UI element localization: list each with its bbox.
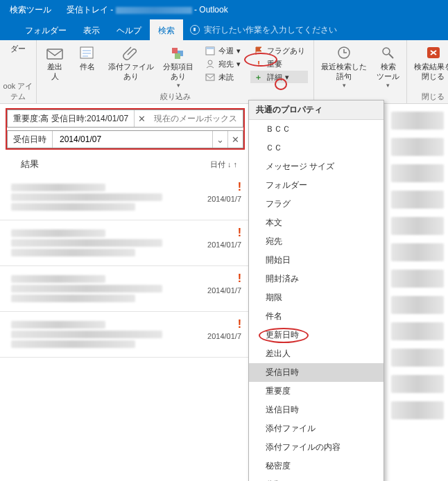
result-item[interactable]: !2014/01/7 [0, 175, 248, 220]
result-meta: !2014/01/7 [190, 319, 241, 340]
tell-me-text: 実行したい作業を入力してください [204, 24, 337, 36]
chevron-down-icon: ▾ [236, 60, 241, 69]
ribbon-btn-to[interactable]: 宛先 ▾ [202, 58, 243, 70]
result-preview-blur [11, 319, 183, 350]
chevron-down-icon: ▾ [343, 82, 346, 89]
ribbon-btn-folder[interactable]: ダー [3, 43, 33, 55]
important-label: 重要 [267, 59, 282, 69]
menu-item[interactable]: 開始日 [249, 251, 384, 270]
menu-item[interactable]: ＣＣ [249, 139, 384, 157]
search-box-group: 重要度:高 受信日時:2014/01/07 ✕ 現在のメールボックス 受信日時 … [6, 108, 245, 150]
attachment-icon [121, 44, 141, 61]
tab-help[interactable]: ヘルプ [108, 19, 150, 40]
tell-me[interactable]: 実行したい作業を入力してください [183, 19, 344, 40]
search-field-input[interactable] [58, 134, 207, 145]
tab-folder[interactable]: フォルダー [17, 19, 75, 40]
title-suffix: - Outlook [194, 5, 228, 15]
ribbon-btn-recent[interactable]: 最近検索した 語句 ▾ [317, 43, 371, 91]
title-prefix: 受信トレイ - [67, 5, 116, 15]
result-item[interactable]: !2014/01/7 [0, 312, 248, 358]
ribbon-btn-this-week[interactable]: 今週 ▾ [202, 44, 243, 57]
menu-item[interactable]: 宛先 [249, 232, 384, 251]
window-title: 受信トレイ - - Outlook [61, 0, 448, 19]
results-header: 結果 日付 ↓ ↑ [0, 152, 250, 175]
tab-view[interactable]: 表示 [75, 19, 108, 40]
group-label-items: ook アイテム [0, 81, 36, 103]
menu-item[interactable]: 本文 [249, 213, 384, 232]
ribbon-btn-close-search[interactable]: 検索結果を 閉じる [410, 43, 448, 83]
menu-item[interactable]: 件名 [249, 307, 384, 326]
clear-query-button[interactable]: ✕ [135, 110, 148, 127]
ribbon-btn-flagged[interactable]: フラグあり [250, 44, 308, 57]
ribbon-btn-subject[interactable]: 件名 [72, 43, 103, 73]
menu-item[interactable]: 差出人 [249, 344, 384, 363]
search-query-row: 重要度:高 受信日時:2014/01/07 ✕ 現在のメールボックス [7, 110, 243, 128]
search-query-text[interactable]: 重要度:高 受信日時:2014/01/07 [8, 110, 135, 127]
svg-line-14 [389, 54, 393, 58]
menu-item[interactable]: 分類項目 [249, 475, 384, 481]
field-dropdown-button[interactable]: ⌄ [212, 131, 227, 148]
ribbon-btn-has-attachment[interactable]: 添付ファイル あり [104, 43, 158, 83]
menu-item[interactable]: 送信日時 [249, 401, 384, 419]
importance-icon: ! [238, 227, 241, 238]
ribbon-btn-categorized[interactable]: 分類項目 あり ▾ [159, 43, 198, 91]
ribbon-tabstrip: フォルダー 表示 ヘルプ 検索 実行したい作業を入力してください [0, 19, 448, 40]
menu-item[interactable]: 添付ファイル [249, 419, 384, 438]
menu-item[interactable]: 重要度 [249, 382, 384, 401]
result-preview-blur [11, 182, 183, 213]
menu-item[interactable]: ＢＣＣ [249, 120, 384, 139]
clear-field-button[interactable]: ✕ [227, 131, 243, 148]
reading-pane-blur [387, 105, 448, 481]
calendar-icon [205, 45, 216, 56]
chevron-down-icon: ▾ [177, 82, 180, 89]
menu-item[interactable]: 更新日時 [249, 326, 384, 344]
more-properties-menu: 共通のプロパティ ＢＣＣＣＣメッセージ サイズフォルダーフラグ本文宛先開始日開封… [248, 100, 384, 481]
context-tab-search-tools: 検索ツール [0, 0, 61, 19]
menu-header: 共通のプロパティ [249, 100, 384, 120]
sort-by[interactable]: 日付 ↓ ↑ [210, 159, 237, 170]
sort-arrows-icon: ↓ ↑ [227, 160, 237, 168]
importance-icon: ! [238, 273, 241, 284]
menu-item[interactable]: 添付ファイルの内容 [249, 438, 384, 457]
flagged-label: フラグあり [267, 46, 305, 56]
tab-search[interactable]: 検索 [150, 19, 183, 40]
category-icon [169, 44, 188, 61]
close-results-label: 検索結果を 閉じる [414, 62, 448, 82]
importance-icon: ! [238, 319, 241, 330]
svg-point-10 [208, 60, 212, 64]
ribbon: ダー ook アイテム 差出人 件名 添付ファイル あり [0, 40, 448, 104]
ribbon-btn-tools[interactable]: 検索 ツール ▾ [372, 43, 404, 91]
ribbon-btn-important[interactable]: ! 重要 [250, 58, 308, 70]
menu-item[interactable]: フォルダー [249, 176, 384, 195]
close-icon [424, 44, 443, 61]
results-heading: 結果 [21, 158, 39, 170]
chevron-down-icon: ▾ [285, 73, 289, 82]
result-item[interactable]: !2014/01/7 [0, 266, 248, 312]
ribbon-btn-unread[interactable]: 未読 [202, 71, 243, 83]
menu-item[interactable]: フラグ [249, 195, 384, 213]
result-preview-blur [11, 273, 183, 304]
svg-rect-9 [206, 47, 214, 49]
svg-rect-1 [80, 47, 93, 58]
this-week-label: 今週 [218, 46, 234, 56]
menu-item[interactable]: 期限 [249, 288, 384, 307]
menu-item[interactable]: 秘密度 [249, 457, 384, 475]
result-date: 2014/01/7 [207, 195, 241, 203]
flag-icon [253, 45, 264, 56]
result-item[interactable]: !2014/01/7 [0, 220, 248, 266]
unread-label: 未読 [218, 72, 234, 82]
ribbon-btn-sender[interactable]: 差出人 [40, 43, 71, 83]
svg-point-13 [383, 48, 390, 55]
ribbon-btn-more[interactable]: ＋ 詳細 ▾ [250, 71, 308, 83]
tab-0[interactable] [0, 19, 17, 40]
account-blur [116, 7, 192, 14]
recent-label: 最近検索した 語句 [321, 62, 367, 82]
search-query-value: 重要度:高 受信日時:2014/01/07 [13, 113, 128, 125]
menu-item[interactable]: 開封済み [249, 270, 384, 288]
results-list: !2014/01/7!2014/01/7!2014/01/7!2014/01/7 [0, 175, 248, 358]
search-scope[interactable]: 現在のメールボックス [148, 110, 243, 127]
menu-item[interactable]: 受信日時 [249, 363, 384, 382]
result-date: 2014/01/7 [207, 240, 241, 249]
menu-item[interactable]: メッセージ サイズ [249, 157, 384, 176]
result-date: 2014/01/7 [207, 332, 241, 340]
